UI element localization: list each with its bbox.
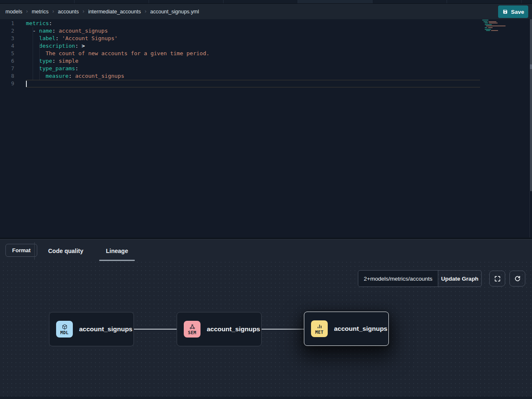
minimap-line: [481, 23, 509, 23]
fullscreen-button[interactable]: [489, 271, 505, 286]
fullscreen-icon: [494, 275, 501, 282]
breadcrumb-item[interactable]: models: [5, 9, 22, 15]
lineage-selector-group: Update Graph: [358, 270, 482, 287]
file-tab[interactable]: [298, 0, 373, 3]
code-line[interactable]: 2 - name: account_signups: [0, 27, 532, 35]
file-tab[interactable]: [75, 0, 149, 3]
scrollbar-thumb[interactable]: [530, 64, 532, 69]
lineage-node-met[interactable]: METaccount_signups: [304, 312, 389, 346]
code-text: type_params:: [14, 65, 78, 72]
minimap-line: [481, 29, 509, 30]
node-type-badge: SEM: [184, 321, 200, 338]
breadcrumb-item[interactable]: account_signups.yml: [150, 9, 199, 15]
floppy-icon: [502, 9, 508, 15]
lineage-node-sem[interactable]: SEMaccount_signups: [177, 312, 262, 346]
code-line[interactable]: 7 type_params:: [0, 65, 532, 72]
code-token: :: [75, 43, 82, 49]
file-tab[interactable]: [224, 0, 298, 3]
breadcrumb-item[interactable]: intermediate_accounts: [88, 9, 141, 15]
code-text: metrics:: [14, 20, 52, 27]
lineage-selector-input[interactable]: [358, 271, 438, 286]
minimap-line: [481, 20, 509, 20]
chevron-separator-icon: ›: [52, 8, 54, 14]
code-line[interactable]: 4 description: >: [0, 42, 532, 50]
file-tab[interactable]: [373, 0, 447, 3]
line-number: 4: [0, 42, 14, 50]
line-number: 2: [0, 27, 14, 35]
code-token: type_params: [39, 65, 75, 72]
breadcrumb-bar: models›metrics›accounts›intermediate_acc…: [0, 4, 532, 19]
lineage-canvas[interactable]: Update Graph: [0, 262, 532, 399]
minimap-token: [489, 23, 498, 23]
code-token: :: [75, 65, 78, 72]
tab-lineage[interactable]: Lineage: [99, 240, 135, 262]
code-text: measure: account_signups: [14, 72, 124, 80]
breadcrumb-item[interactable]: accounts: [58, 9, 79, 15]
file-tab[interactable]: [447, 0, 522, 3]
minimap-line: [481, 24, 509, 25]
node-label: account_signups: [334, 325, 387, 332]
editor-scrollbar[interactable]: [530, 19, 532, 191]
canvas-bottom-edge: [0, 396, 532, 399]
tabstrip-filler: [522, 0, 532, 3]
code-text: label: 'Account Signups': [14, 35, 118, 42]
update-graph-button[interactable]: Update Graph: [438, 271, 481, 286]
breadcrumb-item[interactable]: metrics: [32, 9, 49, 15]
network-icon: [189, 324, 196, 330]
bottom-panel: Format Code qualityLineage Update Graph: [0, 239, 532, 399]
code-text: description: >: [14, 42, 85, 50]
cube-icon: [61, 324, 68, 330]
line-number: 5: [0, 50, 14, 57]
code-token: label: [39, 35, 55, 41]
code-token: name: [39, 28, 52, 34]
code-line[interactable]: 6 type: simple: [0, 57, 532, 65]
code-line[interactable]: 3 label: 'Account Signups': [0, 35, 532, 42]
node-label: account_signups: [207, 325, 260, 333]
lineage-edge: [262, 329, 304, 330]
refresh-button[interactable]: [509, 271, 525, 286]
lineage-node-mdl[interactable]: MDLaccount_signups: [49, 312, 134, 346]
file-tabstrip: [0, 0, 532, 4]
minimap-token: [488, 21, 496, 22]
panel-header: Format Code qualityLineage: [0, 240, 532, 262]
node-badge-label: SEM: [188, 330, 196, 335]
minimap-token: [485, 24, 492, 25]
code-line[interactable]: 8 measure: account_signups: [0, 72, 532, 80]
line-number: 6: [0, 57, 14, 65]
minimap-token: [486, 26, 506, 26]
code-lines: 1metrics:2 - name: account_signups3 labe…: [0, 20, 532, 87]
minimap[interactable]: [481, 20, 509, 32]
code-line[interactable]: 1metrics:: [0, 20, 532, 27]
code-token: :: [52, 28, 59, 34]
line-number: 8: [0, 72, 14, 80]
chevron-separator-icon: ›: [26, 8, 28, 14]
node-type-badge: MET: [311, 320, 328, 337]
code-token: :: [69, 73, 75, 79]
code-token: metrics: [26, 20, 49, 26]
code-line[interactable]: 5 The count of new accounts for a given …: [0, 50, 532, 57]
minimap-token: [488, 27, 493, 28]
code-token: type: [39, 58, 52, 64]
code-token: account_signups: [75, 73, 124, 79]
format-button[interactable]: Format: [5, 244, 37, 257]
bar-chart-icon: [316, 323, 323, 330]
minimap-line: [481, 30, 509, 31]
code-editor[interactable]: 1metrics:2 - name: account_signups3 labe…: [0, 19, 532, 238]
minimap-token: [485, 27, 487, 28]
code-token: :: [49, 20, 52, 26]
file-tab[interactable]: [149, 0, 224, 3]
indent-guide: [33, 27, 33, 80]
minimap-line: [481, 26, 509, 26]
save-button[interactable]: Save: [498, 5, 528, 18]
code-token: :: [52, 58, 59, 64]
file-tab[interactable]: [0, 0, 75, 3]
code-token: [26, 50, 46, 56]
line-number: 7: [0, 65, 14, 72]
refresh-icon: [514, 275, 521, 282]
minimap-token: [486, 30, 490, 31]
tab-code-quality[interactable]: Code quality: [41, 240, 90, 262]
code-token: >: [82, 43, 85, 49]
code-token: 'Account Signups': [62, 35, 118, 41]
code-token: account_signups: [59, 28, 108, 34]
ide-window: models›metrics›accounts›intermediate_acc…: [0, 0, 532, 399]
